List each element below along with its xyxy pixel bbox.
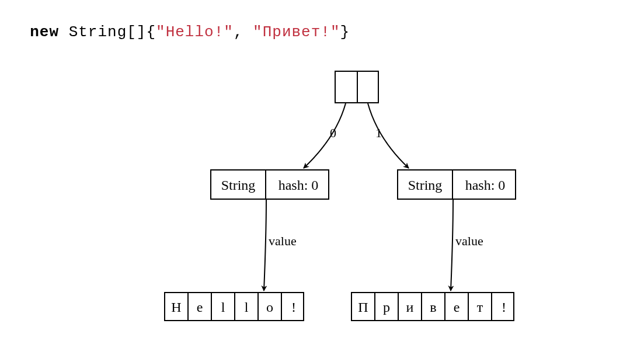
char-right-1: р <box>375 293 399 321</box>
char-left-4: o <box>259 293 282 321</box>
char-right-0: П <box>352 293 375 321</box>
edge-label-index-1: 1 <box>375 126 382 141</box>
char-array-right: П р и в е т ! <box>351 292 514 321</box>
char-right-6: ! <box>492 293 516 321</box>
char-right-5: т <box>469 293 492 321</box>
char-left-3: l <box>235 293 259 321</box>
string-object-left: String hash: 0 <box>210 169 329 200</box>
root-array-cell-1 <box>358 72 380 103</box>
diagram-canvas: String hash: 0 String hash: 0 H e l l o … <box>0 0 644 341</box>
char-right-4: е <box>445 293 469 321</box>
string-object-right-hash: hash: 0 <box>453 170 517 200</box>
char-array-left: H e l l o ! <box>164 292 304 321</box>
string-object-left-hash: hash: 0 <box>266 170 330 200</box>
edge-label-value-right: value <box>455 234 483 249</box>
edge-label-value-left: value <box>269 234 297 249</box>
char-left-1: e <box>189 293 212 321</box>
root-array-box <box>335 71 379 103</box>
char-left-5: ! <box>282 293 305 321</box>
string-object-left-type: String <box>211 170 266 200</box>
char-left-0: H <box>165 293 189 321</box>
edge-label-index-0: 0 <box>330 126 336 141</box>
char-left-2: l <box>212 293 235 321</box>
char-right-2: и <box>399 293 422 321</box>
char-right-3: в <box>422 293 445 321</box>
root-array-cell-0 <box>336 72 358 103</box>
string-object-right: String hash: 0 <box>397 169 516 200</box>
string-object-right-type: String <box>398 170 453 200</box>
